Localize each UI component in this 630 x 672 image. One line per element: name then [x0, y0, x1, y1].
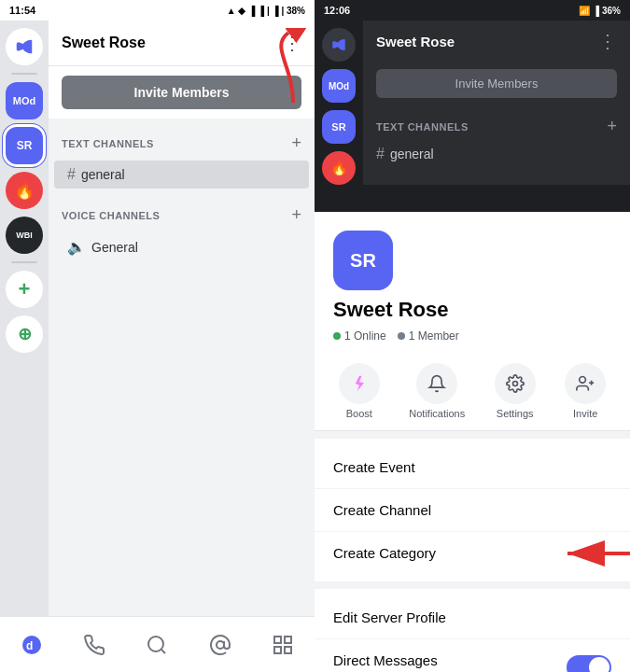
right-sidebar-home[interactable]	[322, 28, 356, 62]
invite-icon	[565, 363, 606, 404]
add-text-channel-button[interactable]: +	[291, 133, 301, 153]
nav-calls[interactable]	[74, 624, 115, 665]
svg-point-5	[217, 641, 224, 649]
right-sidebar-mod[interactable]: MOd	[322, 69, 356, 103]
sr-label: SR	[17, 139, 33, 152]
server-name-left: Sweet Rose	[62, 35, 146, 51]
right-sidebar-sr[interactable]: SR	[322, 110, 356, 144]
invite-tab[interactable]: Invite	[565, 363, 606, 419]
direct-messages-content: Direct Messages Allow direct messages fr…	[333, 652, 567, 672]
create-event-item[interactable]: Create Event	[315, 446, 630, 489]
invite-members-button-left[interactable]: Invite Members	[62, 76, 301, 109]
edit-profile-item[interactable]: Edit Server Profile	[315, 596, 630, 639]
action-tabs: Boost Notifications Settings Invite	[315, 352, 630, 431]
sidebar-icon-add[interactable]: +	[6, 271, 43, 308]
left-panel: 11:54 ▲ ◆ ▐ ▐ | ▐ | 38% MOd SR 🔥 WBI + ⊕	[0, 0, 315, 672]
direct-messages-toggle[interactable]	[567, 655, 611, 673]
direct-messages-label: Direct Messages	[333, 652, 567, 668]
status-icons-right: 📶 ▐ 36%	[579, 6, 621, 16]
svg-rect-7	[285, 637, 291, 643]
notifications-tab[interactable]: Notifications	[409, 363, 465, 419]
invite-label: Invite	[573, 408, 597, 419]
server-detail-card: SR Sweet Rose 1 Online 1 Member Boo	[315, 212, 630, 672]
notifications-icon	[416, 363, 457, 404]
wbi-label: WBI	[16, 231, 33, 240]
settings-tab[interactable]: Settings	[495, 363, 536, 419]
nav-mentions[interactable]	[200, 624, 241, 665]
right-hash-icon: #	[376, 146, 385, 162]
right-main-dark: Sweet Rose ⋮ Invite Members TEXT CHANNEL…	[363, 21, 630, 185]
svg-text:d: d	[26, 639, 33, 652]
stat-member: 1 Member	[398, 329, 459, 343]
right-invite-button[interactable]: Invite Members	[376, 69, 617, 98]
hash-icon: #	[67, 166, 76, 183]
channel-general[interactable]: # general	[54, 161, 309, 189]
sidebar-icon-red[interactable]: 🔥	[6, 172, 43, 209]
right-sidebar-red[interactable]: 🔥	[322, 151, 356, 185]
invite-btn-container: Invite Members	[49, 66, 315, 119]
add-voice-channel-button[interactable]: +	[291, 205, 301, 225]
svg-point-11	[580, 377, 586, 384]
create-channel-label: Create Channel	[333, 502, 431, 518]
create-category-label: Create Category	[333, 545, 436, 561]
text-channels-header: TEXT CHANNELS +	[49, 119, 315, 159]
sidebar-icon-home[interactable]	[6, 28, 43, 65]
right-text-channels-label: TEXT CHANNELS	[376, 121, 469, 133]
plus-icon: +	[19, 277, 31, 301]
right-channel-name: general	[390, 147, 434, 161]
nav-discord[interactable]: d	[11, 624, 52, 665]
sidebar-icon-mod[interactable]: MOd	[6, 82, 43, 119]
sidebar-divider2	[11, 261, 37, 263]
section-divider-2	[315, 581, 630, 589]
main-content-left: Sweet Rose ⋮ Invite Members TEXT CHANNEL…	[49, 21, 315, 616]
right-flame-icon: 🔥	[330, 160, 348, 176]
online-count: 1 Online	[344, 329, 386, 343]
nav-search[interactable]	[136, 624, 177, 665]
menu-section-1: Create Event Create Channel Create Categ…	[315, 446, 630, 574]
speaker-icon: 🔈	[67, 238, 86, 256]
channel-voice-name: General	[91, 240, 138, 255]
sidebar-icon-wbi[interactable]: WBI	[6, 217, 43, 254]
create-category-item[interactable]: Create Category	[315, 532, 630, 574]
svg-rect-9	[274, 647, 281, 653]
right-channel-general[interactable]: # general	[363, 140, 630, 168]
status-icons-left: ▲ ◆ ▐ ▐ | ▐ | 38%	[227, 6, 305, 16]
server-detail-name: Sweet Rose	[333, 298, 611, 322]
sidebar-divider	[11, 73, 37, 75]
settings-icon	[495, 363, 536, 404]
voice-channels-header: VOICE CHANNELS +	[49, 190, 315, 231]
sidebar-icon-sr[interactable]: SR	[6, 127, 43, 164]
right-panel: 12:06 📶 ▐ 36% MOd SR 🔥	[315, 0, 630, 672]
nav-guilds[interactable]	[262, 624, 303, 665]
right-mod-label: MOd	[329, 81, 349, 91]
toggle-knob	[589, 657, 609, 673]
compass-icon: ⊕	[18, 324, 32, 344]
right-add-channel[interactable]: +	[607, 117, 617, 136]
svg-point-10	[512, 382, 517, 386]
server-avatar: SR	[333, 231, 393, 290]
direct-messages-item[interactable]: Direct Messages Allow direct messages fr…	[315, 639, 630, 672]
boost-tab[interactable]: Boost	[339, 363, 380, 419]
right-server-header: Sweet Rose ⋮	[363, 21, 630, 62]
server-header: Sweet Rose ⋮	[49, 21, 315, 66]
member-dot	[398, 332, 405, 340]
status-bar-left: 11:54 ▲ ◆ ▐ ▐ | ▐ | 38%	[0, 0, 315, 21]
right-sr-label: SR	[331, 121, 345, 133]
menu-section-2: Edit Server Profile Direct Messages Allo…	[315, 596, 630, 672]
channel-general-voice[interactable]: 🔈 General	[54, 232, 309, 261]
settings-label: Settings	[497, 408, 534, 419]
right-server-options[interactable]: ⋮	[598, 30, 617, 52]
server-options-button[interactable]: ⋮	[283, 32, 301, 54]
member-count: 1 Member	[409, 329, 459, 343]
sidebar-icon-discover[interactable]: ⊕	[6, 315, 43, 353]
mod-label: MOd	[13, 95, 35, 106]
right-sidebar-layout: MOd SR 🔥 Sweet Rose ⋮ Invite Members TEX…	[315, 21, 630, 185]
voice-channels-label: VOICE CHANNELS	[62, 210, 160, 221]
text-channels-label-left: TEXT CHANNELS	[62, 138, 154, 149]
server-avatar-text: SR	[350, 250, 376, 272]
section-divider-1	[315, 431, 630, 439]
create-channel-item[interactable]: Create Channel	[315, 489, 630, 532]
server-stats: 1 Online 1 Member	[333, 329, 611, 343]
notifications-label: Notifications	[409, 408, 465, 419]
svg-rect-6	[274, 637, 281, 643]
